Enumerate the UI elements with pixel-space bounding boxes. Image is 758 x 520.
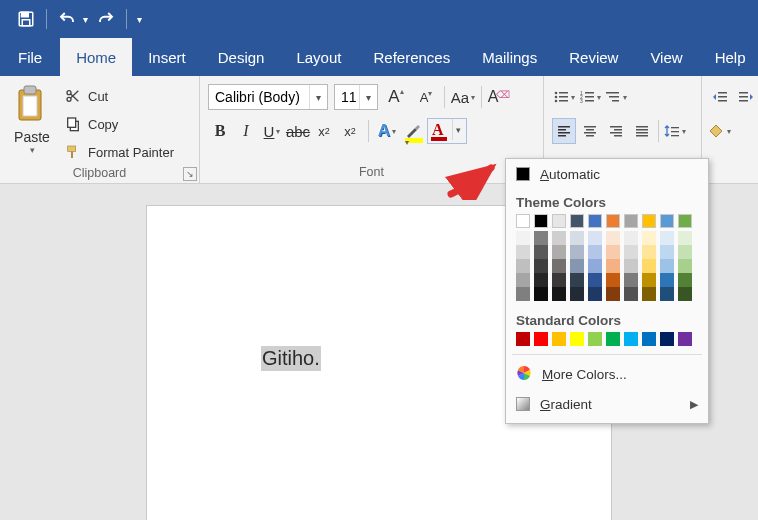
tab-references[interactable]: References	[357, 38, 466, 76]
selected-text[interactable]: Gitiho.	[261, 346, 321, 371]
color-swatch[interactable]	[606, 231, 620, 245]
color-swatch[interactable]	[588, 245, 602, 259]
color-swatch[interactable]	[552, 273, 566, 287]
color-swatch[interactable]	[606, 273, 620, 287]
undo-dropdown-caret[interactable]: ▾	[83, 14, 88, 25]
color-swatch[interactable]	[588, 332, 602, 346]
color-swatch[interactable]	[552, 332, 566, 346]
shrink-font-button[interactable]: A▾	[414, 84, 438, 110]
tab-home[interactable]: Home	[60, 38, 132, 76]
copy-button[interactable]: Copy	[60, 112, 178, 136]
color-swatch[interactable]	[534, 214, 548, 228]
color-swatch[interactable]	[678, 287, 692, 301]
color-swatch[interactable]	[606, 287, 620, 301]
color-swatch[interactable]	[588, 273, 602, 287]
color-swatch[interactable]	[534, 287, 548, 301]
color-swatch[interactable]	[516, 259, 530, 273]
bold-button[interactable]: B	[208, 118, 232, 144]
color-swatch[interactable]	[660, 332, 674, 346]
color-swatch[interactable]	[516, 287, 530, 301]
color-swatch[interactable]	[678, 231, 692, 245]
tab-view[interactable]: View	[634, 38, 698, 76]
underline-button[interactable]: U	[260, 118, 284, 144]
italic-button[interactable]: I	[234, 118, 258, 144]
bullets-button[interactable]	[552, 84, 576, 110]
color-swatch[interactable]	[678, 259, 692, 273]
font-name-dropdown[interactable]: Calibri (Body) ▾	[208, 84, 328, 110]
justify-button[interactable]	[630, 118, 654, 144]
clear-formatting-button[interactable]: A⌫	[488, 84, 512, 110]
color-swatch[interactable]	[552, 245, 566, 259]
tab-help[interactable]: Help	[699, 38, 758, 76]
color-swatch[interactable]	[516, 231, 530, 245]
strikethrough-button[interactable]: abc	[286, 118, 310, 144]
color-swatch[interactable]	[570, 231, 584, 245]
color-swatch[interactable]	[642, 273, 656, 287]
cut-button[interactable]: Cut	[60, 84, 178, 108]
color-swatch[interactable]	[678, 273, 692, 287]
color-swatch[interactable]	[660, 245, 674, 259]
clipboard-dialog-launcher[interactable]: ↘	[183, 167, 197, 181]
color-swatch[interactable]	[570, 287, 584, 301]
color-swatch[interactable]	[552, 287, 566, 301]
color-swatch[interactable]	[642, 214, 656, 228]
color-swatch[interactable]	[624, 245, 638, 259]
multilevel-list-button[interactable]	[604, 84, 628, 110]
color-swatch[interactable]	[570, 273, 584, 287]
color-swatch[interactable]	[534, 332, 548, 346]
color-swatch[interactable]	[534, 231, 548, 245]
color-swatch[interactable]	[606, 259, 620, 273]
align-right-button[interactable]	[604, 118, 628, 144]
text-effects-button[interactable]: A	[375, 118, 399, 144]
color-swatch[interactable]	[642, 332, 656, 346]
font-color-split-button[interactable]: A ▾	[427, 118, 467, 144]
tab-layout[interactable]: Layout	[280, 38, 357, 76]
color-swatch[interactable]	[642, 287, 656, 301]
grow-font-button[interactable]: A▴	[384, 84, 408, 110]
paste-button[interactable]: Paste ▾	[8, 80, 56, 164]
redo-icon[interactable]	[94, 7, 118, 31]
color-swatch[interactable]	[624, 273, 638, 287]
color-swatch[interactable]	[516, 245, 530, 259]
color-swatch[interactable]	[642, 245, 656, 259]
color-swatch[interactable]	[606, 332, 620, 346]
color-swatch[interactable]	[534, 259, 548, 273]
tab-review[interactable]: Review	[553, 38, 634, 76]
color-swatch[interactable]	[624, 332, 638, 346]
highlight-color-button[interactable]	[401, 118, 425, 144]
color-swatch[interactable]	[624, 231, 638, 245]
subscript-button[interactable]: x2	[312, 118, 336, 144]
numbering-button[interactable]: 123	[578, 84, 602, 110]
color-swatch[interactable]	[642, 231, 656, 245]
decrease-indent-button[interactable]	[708, 84, 732, 110]
color-swatch[interactable]	[606, 214, 620, 228]
color-swatch[interactable]	[516, 332, 530, 346]
color-swatch[interactable]	[642, 259, 656, 273]
line-spacing-button[interactable]	[663, 118, 687, 144]
color-swatch[interactable]	[534, 245, 548, 259]
format-painter-button[interactable]: Format Painter	[60, 140, 178, 164]
tab-insert[interactable]: Insert	[132, 38, 202, 76]
color-swatch[interactable]	[516, 214, 530, 228]
color-swatch[interactable]	[588, 214, 602, 228]
color-swatch[interactable]	[678, 214, 692, 228]
gradient-item[interactable]: Gradient ▶	[506, 389, 708, 419]
change-case-button[interactable]: Aa	[451, 84, 475, 110]
color-swatch[interactable]	[552, 214, 566, 228]
save-icon[interactable]	[14, 7, 38, 31]
automatic-color-item[interactable]: Automatic	[506, 159, 708, 189]
shading-button[interactable]	[708, 118, 732, 144]
color-swatch[interactable]	[624, 214, 638, 228]
color-swatch[interactable]	[516, 273, 530, 287]
increase-indent-button[interactable]	[734, 84, 758, 110]
color-swatch[interactable]	[606, 245, 620, 259]
tab-file[interactable]: File	[0, 38, 60, 76]
color-swatch[interactable]	[588, 259, 602, 273]
align-left-button[interactable]	[552, 118, 576, 144]
color-swatch[interactable]	[660, 231, 674, 245]
color-swatch[interactable]	[534, 273, 548, 287]
color-swatch[interactable]	[624, 287, 638, 301]
chevron-down-icon[interactable]: ▾	[452, 119, 464, 140]
superscript-button[interactable]: x2	[338, 118, 362, 144]
color-swatch[interactable]	[588, 287, 602, 301]
